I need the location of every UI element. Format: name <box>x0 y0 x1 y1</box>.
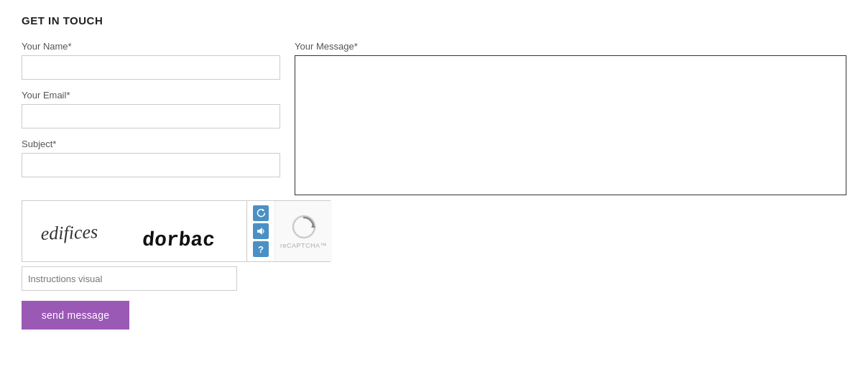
subject-label: Subject* <box>22 139 280 149</box>
captcha-audio-button[interactable] <box>253 223 269 239</box>
captcha-controls: ? <box>247 201 274 261</box>
send-message-button[interactable]: send message <box>22 301 129 330</box>
svg-rect-3 <box>257 230 259 233</box>
recaptcha-text: reCAPTCHA™ <box>280 242 327 249</box>
recaptcha-branding: reCAPTCHA™ <box>274 201 332 261</box>
captcha-instructions-input[interactable] <box>22 266 237 291</box>
message-textarea[interactable] <box>295 55 846 195</box>
subject-field-group: Subject* <box>22 139 280 177</box>
svg-marker-4 <box>259 228 262 235</box>
svg-marker-2 <box>262 209 264 211</box>
captcha-refresh-button[interactable] <box>253 205 269 221</box>
subject-input[interactable] <box>22 153 280 177</box>
email-label: Your Email* <box>22 90 280 101</box>
recaptcha-icon <box>291 214 317 240</box>
svg-text:edifices: edifices <box>40 221 98 244</box>
message-label: Your Message* <box>295 41 846 52</box>
captcha-help-button[interactable]: ? <box>253 241 269 257</box>
left-column: Your Name* Your Email* Subject* edifices <box>22 41 280 330</box>
name-label: Your Name* <box>22 41 280 52</box>
captcha-svg: edifices dorbac <box>34 210 235 253</box>
right-column: Your Message* <box>295 41 846 195</box>
captcha-section: edifices dorbac <box>22 200 280 291</box>
page-title: GET IN TOUCH <box>22 14 846 27</box>
email-field-group: Your Email* <box>22 90 280 129</box>
name-input[interactable] <box>22 55 280 80</box>
name-field-group: Your Name* <box>22 41 280 80</box>
svg-text:dorbac: dorbac <box>142 229 216 251</box>
contact-form: Your Name* Your Email* Subject* edifices <box>22 41 846 330</box>
email-input[interactable] <box>22 104 280 129</box>
captcha-image-area: edifices dorbac <box>22 201 247 261</box>
